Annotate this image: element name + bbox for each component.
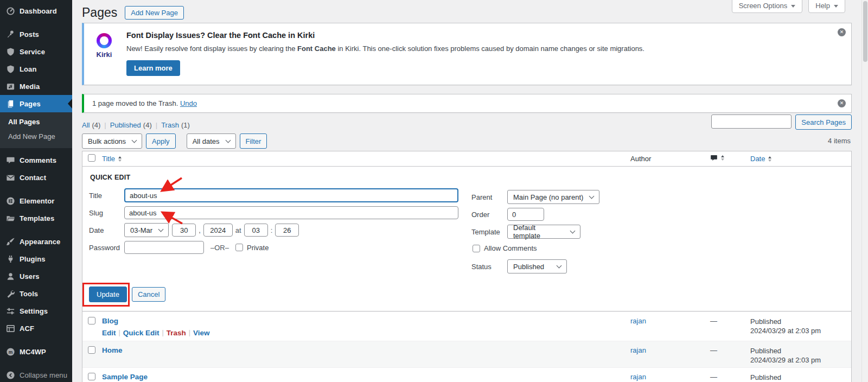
date-filter-select[interactable]: All dates — [187, 133, 236, 149]
month-select[interactable]: 03-Mar — [124, 223, 169, 237]
parent-select[interactable]: Main Page (no parent) — [507, 190, 599, 204]
comment-bubble-icon — [5, 155, 15, 165]
page-title-link[interactable]: Blog — [102, 317, 118, 325]
chevron-down-icon — [158, 227, 164, 232]
template-select[interactable]: Default template — [507, 225, 580, 239]
row-checkbox[interactable] — [88, 373, 95, 380]
status-select[interactable]: Published — [507, 259, 567, 273]
sidebar-subitem-add-new-page[interactable]: Add New Page — [0, 129, 72, 144]
cancel-button[interactable]: Cancel — [132, 287, 165, 302]
order-field[interactable] — [507, 208, 544, 221]
sidebar-item-label: Elementor — [20, 197, 54, 205]
pushpin-icon — [5, 29, 15, 39]
sort-by-date-link[interactable]: Date — [750, 155, 771, 163]
scrollbar-thumb[interactable] — [863, 1, 867, 62]
date-comma: , — [199, 226, 201, 234]
vertical-scrollbar[interactable] — [861, 0, 868, 382]
sidebar-item-acf[interactable]: ACF — [0, 320, 72, 337]
minute-field[interactable] — [275, 224, 299, 237]
select-all-checkbox[interactable] — [88, 154, 95, 162]
sidebar-item-tools[interactable]: Tools — [0, 285, 72, 302]
date-colon: : — [271, 226, 273, 234]
trash-link[interactable]: Trash — [167, 329, 186, 337]
active-menu-arrow-icon — [68, 99, 72, 109]
pages-list-table: Title Author Date QUICK EDIT — [82, 151, 852, 382]
quick-edit-link[interactable]: Quick Edit — [123, 329, 159, 337]
author-link[interactable]: rajan — [630, 346, 646, 354]
update-button[interactable]: Update — [89, 286, 127, 302]
undo-link[interactable]: Undo — [180, 99, 197, 107]
author-link[interactable]: rajan — [630, 373, 646, 381]
sidebar-spacer — [0, 20, 72, 26]
chevron-down-icon — [791, 5, 795, 8]
trash-success-notice: 1 page moved to the Trash. Undo — [82, 94, 852, 113]
search-input[interactable] — [711, 114, 792, 129]
sidebar-item-service[interactable]: Service — [0, 43, 72, 60]
sidebar-item-comments[interactable]: Comments — [0, 151, 72, 169]
page-title-link[interactable]: Sample Page — [102, 373, 148, 381]
sort-by-comments-link[interactable] — [710, 154, 724, 162]
sidebar-item-dashboard[interactable]: Dashboard — [0, 2, 72, 20]
title-field[interactable] — [124, 188, 458, 202]
filter-button[interactable]: Filter — [240, 133, 267, 149]
sidebar-item-plugins[interactable]: Plugins — [0, 250, 72, 268]
apply-button[interactable]: Apply — [146, 133, 176, 149]
sidebar-item-appearance[interactable]: Appearance — [0, 233, 72, 250]
sidebar-item-contact[interactable]: Contact — [0, 169, 72, 186]
year-field[interactable] — [203, 224, 233, 237]
view-all-link[interactable]: All — [82, 121, 90, 129]
sidebar-item-loan[interactable]: Loan — [0, 60, 72, 78]
sidebar-item-label: Collapse menu — [20, 371, 67, 379]
row-checkbox[interactable] — [88, 317, 95, 324]
sidebar-item-posts[interactable]: Posts — [0, 26, 72, 43]
sidebar-spacer — [0, 227, 72, 233]
add-new-page-button[interactable]: Add New Page — [125, 6, 184, 20]
row-checkbox[interactable] — [88, 346, 95, 354]
title-column-header: Title — [102, 155, 630, 163]
slug-field[interactable] — [124, 206, 458, 219]
learn-more-button[interactable]: Learn more — [126, 60, 180, 76]
day-field[interactable] — [172, 224, 196, 237]
search-pages-button[interactable]: Search Pages — [795, 114, 852, 130]
password-field[interactable] — [124, 241, 204, 254]
list-table-toolbar: All(4) Published(4) Trash(1) Bulk action… — [82, 113, 852, 151]
plug-icon — [5, 254, 15, 264]
view-published-link[interactable]: Published — [110, 121, 141, 129]
page-title-link[interactable]: Home — [102, 346, 123, 354]
view-link[interactable]: View — [193, 329, 210, 337]
help-button[interactable]: Help — [808, 0, 845, 13]
sort-by-title-link[interactable]: Title — [102, 155, 122, 163]
chevron-down-icon — [834, 5, 838, 8]
dismiss-notice-icon[interactable] — [838, 28, 846, 36]
dismiss-notice-icon[interactable] — [838, 99, 846, 107]
sidebar-item-templates[interactable]: Templates — [0, 209, 72, 227]
view-trash-link[interactable]: Trash — [161, 121, 179, 129]
row-select-cell — [82, 341, 102, 367]
date-field-label: Date — [89, 226, 124, 234]
sort-arrows-icon — [768, 156, 771, 162]
sidebar-item-label: Posts — [20, 30, 39, 39]
pages-icon — [5, 99, 15, 109]
sidebar-item-users[interactable]: Users — [0, 268, 72, 285]
private-checkbox[interactable] — [235, 244, 243, 251]
sidebar-item-media[interactable]: Media — [0, 78, 72, 95]
kirki-text-part: in Kirki. This one-click solution fixes … — [336, 44, 644, 53]
quick-edit-legend: QUICK EDIT — [90, 174, 845, 181]
sidebar-item-pages[interactable]: Pages — [0, 95, 72, 112]
row-date: 2024/03/29 at 2:03 pm — [750, 326, 851, 335]
author-link[interactable]: rajan — [630, 317, 646, 325]
hour-field[interactable] — [244, 224, 268, 237]
parent-value: Main Page (no parent) — [513, 193, 583, 201]
sidebar-item-mc4wp[interactable]: m MC4WP — [0, 343, 72, 360]
slug-field-label: Slug — [89, 209, 124, 217]
edit-link[interactable]: Edit — [102, 329, 116, 337]
sidebar-item-elementor[interactable]: Elementor — [0, 192, 72, 209]
month-value: 03-Mar — [130, 226, 152, 234]
sidebar-item-collapse-menu[interactable]: Collapse menu — [0, 366, 72, 382]
title-header-label: Title — [102, 155, 115, 163]
screen-options-button[interactable]: Screen Options — [732, 0, 803, 13]
allow-comments-checkbox[interactable] — [473, 245, 480, 252]
sidebar-item-settings[interactable]: Settings — [0, 302, 72, 320]
sidebar-subitem-all-pages[interactable]: All Pages — [0, 114, 72, 129]
bulk-actions-select[interactable]: Bulk actions — [82, 133, 142, 149]
